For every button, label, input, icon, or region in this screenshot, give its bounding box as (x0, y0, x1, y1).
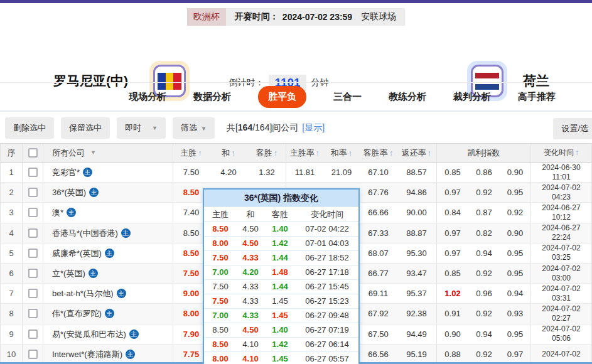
sort-up-icon: ↑ (428, 148, 432, 158)
company-cell[interactable]: 威廉希*(英国)主 (43, 244, 173, 263)
company-cell[interactable]: bet-at-h*(马尔他)主 (43, 284, 173, 303)
draw-rate-cell: 21.09 (323, 163, 360, 182)
popup-draw-odds: 4.33 (237, 251, 264, 265)
row-checkbox-cell (23, 223, 43, 243)
change-time-cell: 2024-07-02 (531, 345, 591, 364)
col-header-kelly: 凯利指数 (437, 144, 531, 162)
home-badge-icon: 主 (105, 249, 114, 258)
live-odds-dropdown-label: 即时 (125, 122, 141, 134)
change-date: 2024-06-30 (531, 163, 591, 173)
popup-home-odds: 8.50 (204, 222, 237, 236)
kelly-cell: 0.97 (500, 345, 531, 364)
kelly-cell: 0.95 (500, 324, 531, 344)
home-badge-icon: 主 (121, 228, 131, 238)
company-cell[interactable]: 立*(英国)主 (43, 264, 173, 283)
tab-教练分析[interactable]: 教练分析 (389, 91, 426, 103)
col-header-return-rate[interactable]: 返还率↑ (397, 144, 437, 162)
row-checkbox[interactable] (28, 309, 38, 318)
show-link[interactable]: [显示] (302, 122, 325, 132)
col-header-away-rate[interactable]: 客胜率↑ (360, 144, 397, 162)
analysis-tabs: 现场分析数据分析胜平负三合一教练分析裁判分析高手推荐 (0, 82, 592, 112)
settings-button[interactable]: 设置/选 (553, 118, 592, 139)
row-checkbox[interactable] (28, 208, 38, 217)
company-cell[interactable]: 易*(安提瓜和巴布达)主 (43, 324, 173, 344)
row-checkbox[interactable] (28, 350, 38, 359)
change-time-cell: 2024-06-2722:24 (531, 223, 591, 243)
keep-selected-button[interactable]: 保留选中 (61, 117, 110, 139)
change-clock: 04:23 (531, 193, 591, 202)
popup-away-odds: 1.45 (264, 294, 296, 308)
popup-history-row: 7.504.331.4506-27 15:23 (204, 294, 358, 309)
chevron-down-icon: ▼ (201, 126, 207, 132)
company-cell[interactable]: 澳*主 (43, 203, 173, 222)
popup-title: 36*(英国) 指数变化 (204, 190, 358, 206)
sort-up-icon: ↑ (316, 148, 320, 158)
select-all-checkbox[interactable] (23, 144, 43, 162)
home-odds-cell[interactable]: 7.50 (173, 163, 209, 182)
kelly-cell: 0.91 (437, 304, 468, 323)
popup-away-odds: 1.42 (264, 237, 296, 250)
company-cell[interactable]: 香港马*(中国香港)主 (43, 223, 173, 243)
row-number: 8 (1, 304, 23, 323)
row-checkbox[interactable] (28, 188, 38, 197)
kelly-cell: 0.90 (500, 163, 531, 182)
col-header-company[interactable]: 所有公司▼ (43, 144, 173, 162)
kelly-cell: 0.85 (437, 163, 468, 182)
return-rate-cell: 90.00 (397, 203, 437, 222)
tab-胜平负[interactable]: 胜平负 (258, 86, 306, 108)
draw-odds-cell[interactable]: 4.20 (209, 163, 248, 182)
tab-三合一[interactable]: 三合一 (333, 91, 362, 103)
change-clock: 03:25 (531, 253, 591, 262)
row-number: 3 (1, 203, 23, 222)
col-header-away-odds[interactable]: 客胜↑ (248, 144, 286, 162)
popup-col-time: 变化时间 (296, 206, 358, 222)
company-cell[interactable]: Interwet*(赛浦路斯)主 (43, 345, 173, 364)
popup-change-time: 06-27 15:45 (296, 280, 358, 294)
col-header-home-rate[interactable]: 主胜率↑ (286, 144, 323, 162)
row-checkbox[interactable] (28, 228, 38, 238)
row-checkbox[interactable] (28, 289, 38, 298)
company-name: Interwet*(赛浦路斯) (52, 345, 122, 364)
row-checkbox[interactable] (28, 269, 38, 278)
return-rate-cell: 93.47 (397, 264, 437, 283)
tab-裁判分析[interactable]: 裁判分析 (453, 91, 491, 103)
checkbox-icon (28, 148, 38, 158)
tab-现场分析[interactable]: 现场分析 (129, 91, 166, 103)
row-number: 5 (1, 244, 23, 263)
return-rate-cell: 88.57 (397, 163, 437, 182)
col-header-draw-odds[interactable]: 和↑ (209, 144, 248, 162)
live-odds-dropdown[interactable]: 即时▼ (117, 117, 166, 139)
row-checkbox-cell (23, 304, 43, 323)
row-checkbox[interactable] (28, 249, 38, 258)
col-header-draw-rate[interactable]: 和率↑ (323, 144, 360, 162)
popup-home-odds: 7.00 (204, 309, 237, 323)
row-checkbox[interactable] (28, 329, 38, 339)
row-checkbox-cell (23, 284, 43, 303)
col-header-change-time[interactable]: 变化时间↑ (531, 144, 591, 162)
away-rate-cell: 69.11 (360, 284, 397, 303)
away-odds-cell[interactable]: 1.32 (248, 163, 286, 182)
popup-home-odds: 7.50 (204, 251, 237, 265)
company-cell[interactable]: 36*(英国)主 (43, 183, 173, 202)
popup-away-odds: 1.40 (264, 323, 296, 337)
change-clock: 10:12 (531, 213, 591, 222)
company-cell[interactable]: 竞彩官*主 (43, 163, 173, 182)
change-time-cell: 2024-06-2710:12 (531, 203, 591, 222)
chevron-down-icon: ▼ (152, 125, 158, 131)
col-header-home-odds[interactable]: 主胜↑ (173, 144, 209, 162)
home-badge-icon: 主 (89, 188, 99, 197)
delete-selected-button[interactable]: 删除选中 (5, 117, 54, 139)
filter-dropdown[interactable]: 筛选▼ (173, 117, 215, 139)
kelly-cell: 0.97 (437, 244, 468, 263)
kelly-cell: 0.84 (437, 203, 468, 222)
change-time-cell: 2024-07-0203:00 (531, 264, 591, 283)
tab-高手推荐[interactable]: 高手推荐 (518, 91, 556, 103)
company-count-text: 共[164/164]间公司[显示] (227, 122, 325, 134)
away-rate-cell: 66.56 (360, 345, 397, 364)
row-checkbox[interactable] (28, 168, 38, 177)
popup-col-away: 客胜 (264, 206, 296, 222)
tab-数据分析[interactable]: 数据分析 (193, 91, 231, 103)
company-cell[interactable]: 伟*(直布罗陀)主 (43, 304, 173, 323)
sort-up-icon: ↑ (575, 148, 579, 157)
change-time-cell: 2024-07-0203:25 (531, 244, 591, 263)
